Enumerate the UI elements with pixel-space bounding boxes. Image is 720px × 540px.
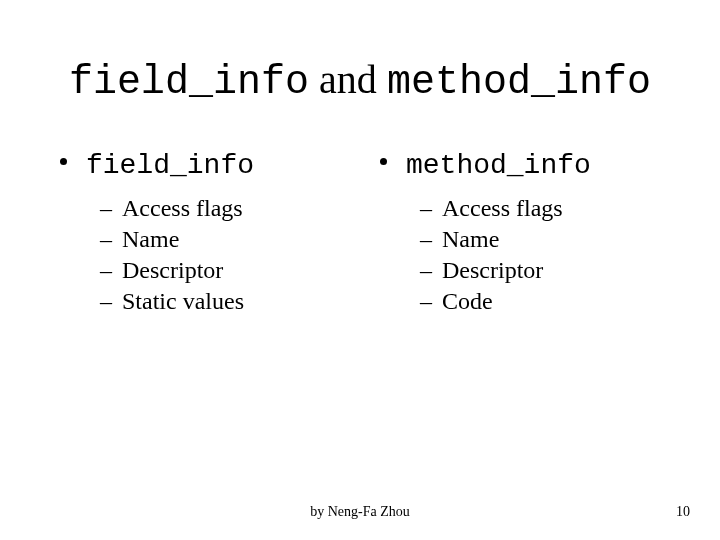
list-item-text: Access flags	[122, 195, 243, 221]
dash-icon: –	[100, 226, 112, 253]
left-heading-text: field_info	[86, 150, 254, 181]
right-heading: method_info	[380, 150, 720, 181]
footer-author: by Neng-Fa Zhou	[0, 504, 720, 520]
dash-icon: –	[420, 226, 432, 253]
list-item-text: Descriptor	[442, 257, 543, 283]
list-item-text: Code	[442, 288, 493, 314]
left-column: field_info – Access flags – Name – Descr…	[0, 150, 360, 319]
list-item-text: Name	[442, 226, 499, 252]
list-item: – Descriptor	[420, 257, 720, 284]
dash-icon: –	[420, 195, 432, 222]
list-item-text: Descriptor	[122, 257, 223, 283]
title-connector: and	[309, 57, 387, 102]
list-item: – Code	[420, 288, 720, 315]
list-item: – Name	[100, 226, 360, 253]
list-item: – Access flags	[100, 195, 360, 222]
list-item-text: Access flags	[442, 195, 563, 221]
title-code-left: field_info	[69, 60, 309, 105]
list-item: – Static values	[100, 288, 360, 315]
list-item: – Descriptor	[100, 257, 360, 284]
right-column: method_info – Access flags – Name – Desc…	[360, 150, 720, 319]
list-item-text: Name	[122, 226, 179, 252]
list-item: – Name	[420, 226, 720, 253]
dash-icon: –	[100, 195, 112, 222]
bullet-icon	[60, 158, 67, 165]
content-columns: field_info – Access flags – Name – Descr…	[0, 150, 720, 319]
slide: field_info and method_info field_info – …	[0, 0, 720, 540]
slide-title: field_info and method_info	[0, 58, 720, 105]
list-item: – Access flags	[420, 195, 720, 222]
dash-icon: –	[420, 288, 432, 315]
title-code-right: method_info	[387, 60, 651, 105]
dash-icon: –	[420, 257, 432, 284]
dash-icon: –	[100, 288, 112, 315]
left-heading: field_info	[60, 150, 360, 181]
page-number: 10	[676, 504, 690, 520]
bullet-icon	[380, 158, 387, 165]
right-heading-text: method_info	[406, 150, 591, 181]
dash-icon: –	[100, 257, 112, 284]
list-item-text: Static values	[122, 288, 244, 314]
